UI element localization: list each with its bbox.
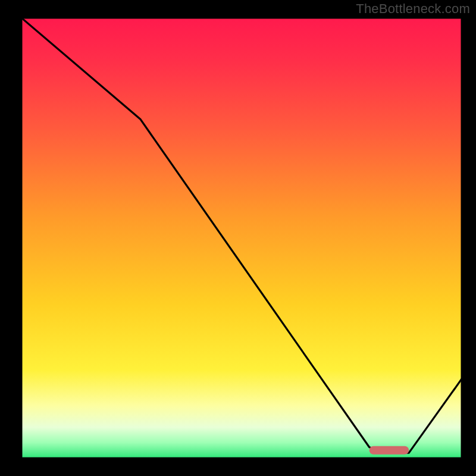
optimal-range-marker [369,446,409,455]
plot-area [21,18,462,458]
bottleneck-chart-svg [0,0,476,476]
chart-container: TheBottleneck.com [0,0,476,476]
watermark-text: TheBottleneck.com [356,1,470,17]
